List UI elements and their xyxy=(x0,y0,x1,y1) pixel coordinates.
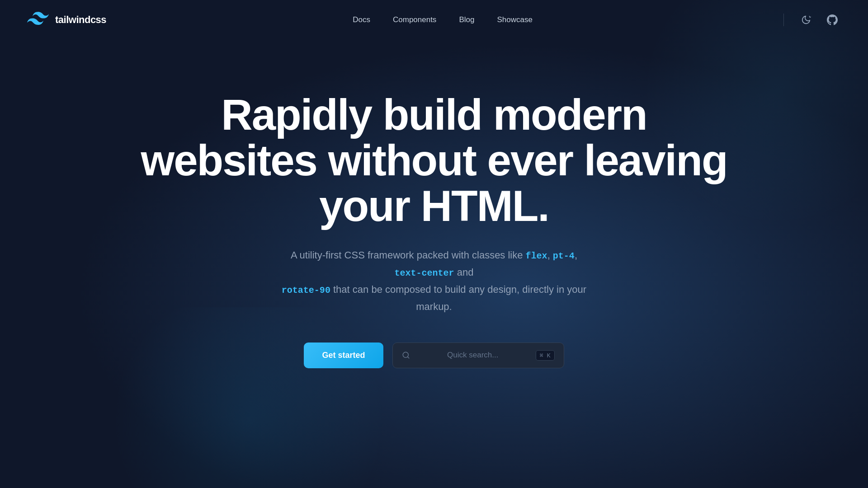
nav-docs[interactable]: Docs xyxy=(353,15,370,24)
main-nav: Docs Components Blog Showcase xyxy=(353,15,533,24)
code-text-center: text-center xyxy=(395,268,454,278)
hero-subtitle-comma-2: , xyxy=(575,249,577,261)
search-shortcut: ⌘ K xyxy=(536,350,554,361)
hero-subtitle-text-after: that can be composed to build any design… xyxy=(330,284,586,312)
nav-blog[interactable]: Blog xyxy=(459,15,474,24)
tailwind-logo-icon xyxy=(27,12,49,28)
search-box[interactable]: Quick search... ⌘ K xyxy=(392,343,564,368)
hero-subtitle-text-before: A utility-first CSS framework packed wit… xyxy=(291,249,526,261)
theme-toggle-button[interactable] xyxy=(797,11,815,28)
nav-components[interactable]: Components xyxy=(393,15,436,24)
search-icon xyxy=(402,351,410,359)
nav-actions xyxy=(779,11,841,28)
hero-section: Rapidly build modern websites without ev… xyxy=(0,38,868,368)
hero-title: Rapidly build modern websites without ev… xyxy=(140,92,728,229)
hero-actions: Get started Quick search... ⌘ K xyxy=(304,343,564,368)
search-placeholder-text: Quick search... xyxy=(415,351,531,360)
moon-icon xyxy=(801,15,811,25)
code-rotate90: rotate-90 xyxy=(282,285,330,296)
code-flex: flex xyxy=(526,251,547,261)
header: tailwindcss Docs Components Blog Showcas… xyxy=(0,2,868,38)
hero-subtitle: A utility-first CSS framework packed wit… xyxy=(276,247,592,315)
logo[interactable]: tailwindcss xyxy=(27,12,106,28)
nav-showcase[interactable]: Showcase xyxy=(497,15,532,24)
get-started-button[interactable]: Get started xyxy=(304,343,383,368)
hero-subtitle-and: and xyxy=(454,267,474,278)
hero-subtitle-comma-1: , xyxy=(547,249,553,261)
github-button[interactable] xyxy=(824,11,841,28)
github-icon xyxy=(827,14,838,25)
nav-divider xyxy=(783,14,784,26)
logo-text: tailwindcss xyxy=(55,14,106,26)
code-pt4: pt-4 xyxy=(553,251,575,261)
